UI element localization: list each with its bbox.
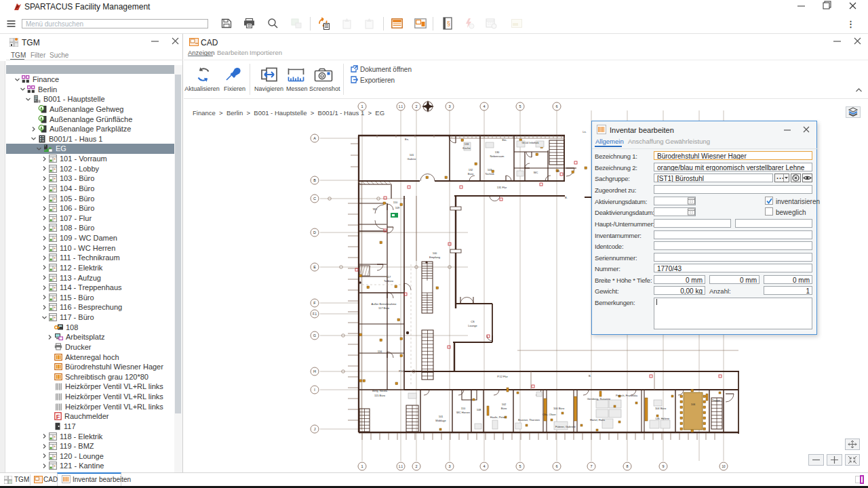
- svg-text:8: 8: [626, 464, 628, 468]
- svg-text:117 Büro: 117 Büro: [378, 306, 390, 310]
- svg-text:Füterer, Gabriele: Füterer, Gabriele: [555, 425, 576, 428]
- svg-text:130: 130: [495, 150, 500, 154]
- svg-text:109: 109: [395, 206, 400, 209]
- svg-text:Haufe, Peter: Haufe, Peter: [490, 415, 506, 419]
- svg-text:10: 10: [722, 465, 726, 468]
- svg-text:Büro: Büro: [468, 172, 474, 176]
- svg-text:Galerie: Galerie: [408, 157, 417, 161]
- svg-text:D: D: [313, 230, 316, 235]
- svg-text:1: 1: [361, 464, 363, 468]
- svg-text:Nebenraum: Nebenraum: [490, 155, 505, 158]
- svg-text:Brunner, Thorsten: Brunner, Thorsten: [518, 418, 540, 422]
- svg-text:9: 9: [662, 464, 664, 468]
- svg-text:110: 110: [461, 407, 466, 410]
- svg-text:Küche: Küche: [462, 146, 471, 150]
- svg-text:132: 132: [469, 168, 473, 171]
- svg-text:Em.: Em.: [502, 138, 507, 142]
- svg-text:Büro: Büro: [501, 407, 507, 410]
- svg-text:Gr.04 Infothek: Gr.04 Infothek: [521, 141, 538, 144]
- svg-text:B.: B.: [565, 196, 568, 199]
- svg-text:3: 3: [448, 464, 450, 468]
- svg-text:13: 13: [557, 169, 560, 173]
- svg-text:E: E: [313, 265, 316, 269]
- svg-text:Lounge: Lounge: [468, 324, 477, 327]
- svg-text:Empfang: Empfang: [429, 256, 440, 259]
- svg-text:1: 1: [361, 104, 363, 108]
- svg-text:G: G: [313, 333, 316, 338]
- svg-text:WC: WC: [373, 207, 378, 211]
- svg-text:3: 3: [448, 104, 450, 108]
- svg-text:4: 4: [483, 464, 485, 468]
- svg-text:106: 106: [691, 403, 696, 406]
- svg-text:4: 4: [483, 104, 485, 108]
- svg-text:C: C: [313, 197, 316, 201]
- svg-text:1.1: 1.1: [399, 105, 403, 108]
- svg-text:104 Büro: 104 Büro: [655, 407, 667, 410]
- svg-text:110: 110: [393, 201, 398, 204]
- svg-text:F.1: F.1: [313, 312, 317, 316]
- svg-text:102: 102: [502, 403, 507, 406]
- svg-text:WC Herren: WC Herren: [456, 411, 470, 414]
- svg-text:131 Flur: 131 Flur: [497, 186, 507, 189]
- svg-text:5: 5: [519, 104, 521, 108]
- svg-text:WC: WC: [534, 171, 538, 174]
- svg-text:CS: CS: [471, 320, 475, 323]
- svg-text:115 Büro: 115 Büro: [374, 394, 386, 397]
- svg-text:F: F: [56, 413, 60, 420]
- svg-text:5: 5: [519, 464, 521, 468]
- svg-text:Möblage: Möblage: [435, 419, 446, 422]
- svg-text:J: J: [314, 427, 316, 431]
- svg-text:P.12: P.12: [399, 369, 404, 373]
- svg-text:Ln.: Ln.: [583, 130, 587, 134]
- svg-text:En.: En.: [405, 138, 409, 141]
- svg-text:Gersberg, Susanne: Gersberg, Susanne: [587, 397, 611, 401]
- svg-text:6: 6: [555, 104, 557, 108]
- svg-text:101: 101: [410, 153, 414, 157]
- svg-text:Treppe: Treppe: [712, 399, 721, 402]
- svg-text:2: 2: [415, 104, 417, 108]
- svg-text:H: H: [313, 369, 316, 373]
- svg-text:Außer Betriebnahme: Außer Betriebnahme: [372, 302, 397, 306]
- svg-text:Oltz, Oliver: Oltz, Oliver: [542, 413, 556, 416]
- svg-text:6: 6: [555, 464, 557, 468]
- svg-text:Härtel, Hans: Härtel, Hans: [590, 418, 605, 422]
- svg-text:Berg, Nicola: Berg, Nicola: [372, 389, 388, 392]
- svg-text:2: 2: [415, 464, 417, 468]
- svg-text:117: 117: [387, 275, 391, 279]
- svg-text:103: 103: [488, 168, 492, 171]
- svg-text:B.: B.: [589, 374, 591, 378]
- svg-text:B: B: [313, 178, 316, 182]
- svg-text:Lilli, Helene: Lilli, Helene: [656, 417, 670, 420]
- svg-text:Technik: Technik: [485, 172, 494, 176]
- svg-text:§: §: [447, 20, 450, 27]
- svg-text:1.1: 1.1: [399, 465, 403, 468]
- svg-text:108: 108: [477, 408, 481, 411]
- svg-text:P.12 Flur: P.12 Flur: [497, 375, 508, 378]
- svg-text:100 Büro: 100 Büro: [553, 407, 565, 410]
- svg-text:7: 7: [590, 464, 592, 468]
- svg-text:Teilbüro: Teilbüro: [384, 279, 394, 283]
- svg-text:A: A: [313, 136, 316, 140]
- svg-text:133: 133: [465, 142, 469, 146]
- svg-text:101: 101: [439, 415, 443, 418]
- svg-text:100: 100: [433, 251, 437, 255]
- svg-text:116: 116: [378, 350, 382, 353]
- svg-text:Petrich, Franziska: Petrich, Franziska: [616, 394, 638, 397]
